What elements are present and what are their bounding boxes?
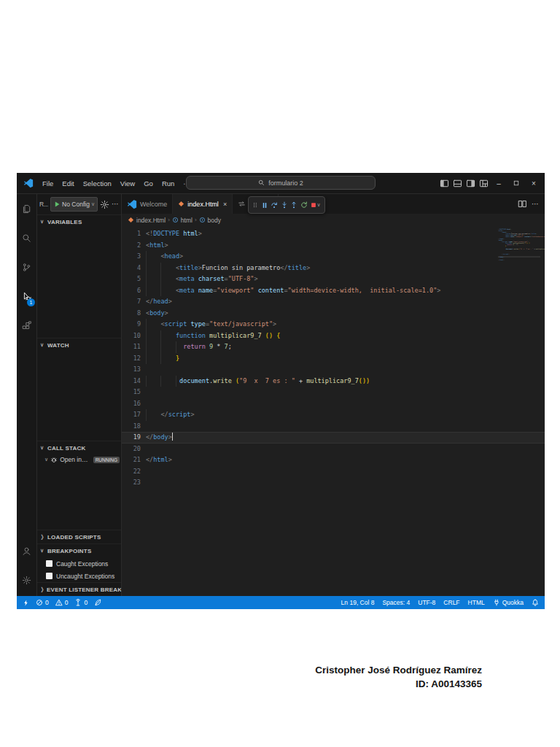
debug-config-dropdown[interactable]: No Config ∨	[50, 197, 98, 212]
section-header-breakpoints[interactable]: ∨BREAKPOINTS	[37, 544, 121, 557]
code-line-4[interactable]: 4 <title>Funcion sin parametro</title>	[122, 263, 545, 274]
breadcrumb-body[interactable]: body	[199, 217, 221, 224]
close-button[interactable]: ×	[526, 173, 542, 193]
minimap[interactable]: <!DOCTYPE html><html> <head> <title>Func…	[498, 228, 540, 263]
restart-button[interactable]	[300, 201, 308, 209]
line-number[interactable]: 18	[122, 421, 146, 433]
status-spaces-4[interactable]: Spaces: 4	[382, 599, 410, 606]
code-line-6[interactable]: 6 <meta name="viewport" content="width=d…	[122, 285, 545, 297]
line-number[interactable]: 3	[122, 251, 146, 263]
code-line-9[interactable]: 9 <script type="text/javascript">	[122, 319, 545, 330]
section-header-watch[interactable]: ∨WATCH	[37, 338, 121, 352]
activity-search[interactable]	[17, 223, 36, 252]
close-tab-icon[interactable]: ×	[223, 201, 227, 208]
status-utf-8[interactable]: UTF-8	[418, 599, 435, 606]
line-number[interactable]: 1	[122, 228, 146, 240]
code-line-3[interactable]: 3 <head>	[122, 251, 545, 263]
status-plug[interactable]: Quokka	[493, 599, 524, 606]
status-error[interactable]: 0	[36, 599, 49, 606]
activity-explorer[interactable]	[17, 194, 36, 223]
menu-go[interactable]: Go	[140, 178, 157, 189]
split-editor-icon[interactable]	[518, 199, 527, 209]
line-number[interactable]: 14	[122, 376, 146, 387]
line-number[interactable]: 13	[122, 364, 146, 376]
line-number[interactable]: 2	[122, 240, 146, 252]
line-number[interactable]: 5	[122, 274, 146, 285]
breadcrumb-html[interactable]: html	[172, 217, 192, 224]
maximize-button[interactable]	[508, 173, 524, 193]
activity-accounts[interactable]	[17, 536, 36, 565]
code-editor[interactable]: 1<!DOCTYPE html>2<html>3 <head>4 <title>…	[122, 226, 545, 596]
line-number[interactable]: 21	[122, 454, 146, 466]
code-line-23[interactable]	[498, 262, 540, 263]
step-into-button[interactable]	[281, 201, 288, 209]
code-line-10[interactable]: 10 function multiplicar9_7 () {	[122, 330, 545, 342]
stop-button[interactable]: ∨	[310, 201, 320, 209]
breadcrumb-index-html[interactable]: index.Html	[128, 217, 166, 224]
code-line-11[interactable]: 11 return 9 * 7;	[122, 341, 545, 353]
line-number[interactable]: 17	[122, 409, 146, 421]
line-number[interactable]: 8	[122, 308, 146, 320]
pause-button[interactable]	[261, 201, 268, 209]
code-line-7[interactable]: 7</head>	[122, 296, 545, 308]
activity-extensions[interactable]	[17, 311, 36, 340]
minimize-button[interactable]: –	[491, 173, 507, 193]
code-line-5[interactable]: 5 <meta charset="UTF-8">	[122, 274, 545, 285]
line-number[interactable]: 19	[122, 432, 146, 444]
code-line-16[interactable]: 16	[122, 398, 545, 410]
line-number[interactable]: 6	[122, 285, 146, 297]
breakpoint-uncaught-exceptions[interactable]: Uncaught Exceptions	[37, 570, 121, 582]
gear-icon[interactable]	[100, 200, 109, 209]
menu-view[interactable]: View	[117, 178, 139, 189]
line-number[interactable]: 15	[122, 387, 146, 398]
section-header-call-stack[interactable]: ∨CALL STACK	[37, 441, 121, 454]
status-bell[interactable]	[532, 599, 539, 606]
toggle-sidebar-icon[interactable]	[438, 177, 450, 189]
code-line-20[interactable]: 20	[122, 444, 545, 455]
checkbox-icon[interactable]	[46, 560, 52, 567]
code-line-1[interactable]: 1<!DOCTYPE html>	[122, 228, 545, 240]
line-number[interactable]: 10	[122, 330, 146, 342]
status-ports[interactable]: 0	[74, 599, 88, 606]
breakpoint-caught-exceptions[interactable]: Caught Exceptions	[37, 557, 121, 570]
code-line-2[interactable]: 2<html>	[122, 240, 545, 252]
code-line-13[interactable]: 13	[122, 364, 545, 376]
editor-more-actions-icon[interactable]: ⋯	[532, 200, 539, 208]
menu-run[interactable]: Run	[158, 178, 178, 189]
line-number[interactable]: 23	[122, 477, 146, 489]
code-line-12[interactable]: 12 }	[122, 353, 545, 365]
code-line-17[interactable]: 17 </script>	[122, 409, 545, 421]
code-line-21[interactable]: 21</html>	[122, 454, 545, 466]
line-number[interactable]: 9	[122, 319, 146, 330]
code-line-19[interactable]: 19</body>	[122, 432, 545, 444]
activity-run-and-debug[interactable]: 1	[17, 282, 36, 311]
line-number[interactable]: 12	[122, 353, 146, 365]
chevron-down-icon[interactable]: ∨	[316, 202, 320, 208]
section-header-event-listener-breakpoints[interactable]: ❭EVENT LISTENER BREAKPOINTS	[37, 583, 121, 596]
menu-edit[interactable]: Edit	[58, 178, 77, 189]
code-line-14[interactable]: 14 document.write ("9 x 7 es : " + multi…	[122, 376, 545, 387]
code-line-15[interactable]: 15	[122, 387, 545, 398]
code-line-23[interactable]: 23	[122, 477, 545, 489]
activity-settings[interactable]	[17, 565, 36, 595]
line-number[interactable]: 20	[122, 444, 146, 455]
code-line-8[interactable]: 8<body>	[122, 308, 545, 320]
customize-layout-icon[interactable]	[478, 177, 489, 189]
toggle-secondary-sidebar-icon[interactable]	[464, 177, 476, 189]
line-number[interactable]: 22	[122, 466, 146, 478]
line-number[interactable]: 7	[122, 296, 146, 308]
toggle-panel-icon[interactable]	[451, 177, 463, 189]
more-actions-icon[interactable]: ⋯	[112, 202, 119, 206]
menu-file[interactable]: File	[39, 178, 57, 189]
status-warning[interactable]: 0	[55, 599, 69, 606]
step-over-button[interactable]	[271, 201, 278, 209]
status-crlf[interactable]: CRLF	[443, 599, 459, 606]
code-line-18[interactable]: 18	[122, 421, 545, 433]
menu-selection[interactable]: Selection	[79, 178, 115, 189]
status-html[interactable]: HTML	[468, 599, 485, 606]
checkbox-icon[interactable]	[46, 573, 52, 579]
code-content[interactable]: 1<!DOCTYPE html>2<html>3 <head>4 <title>…	[122, 226, 545, 596]
section-header-variables[interactable]: ∨VARIABLES	[37, 215, 121, 228]
tab-welcome[interactable]: Welcome	[122, 194, 173, 214]
command-center-search[interactable]: formulario 2	[186, 176, 376, 190]
